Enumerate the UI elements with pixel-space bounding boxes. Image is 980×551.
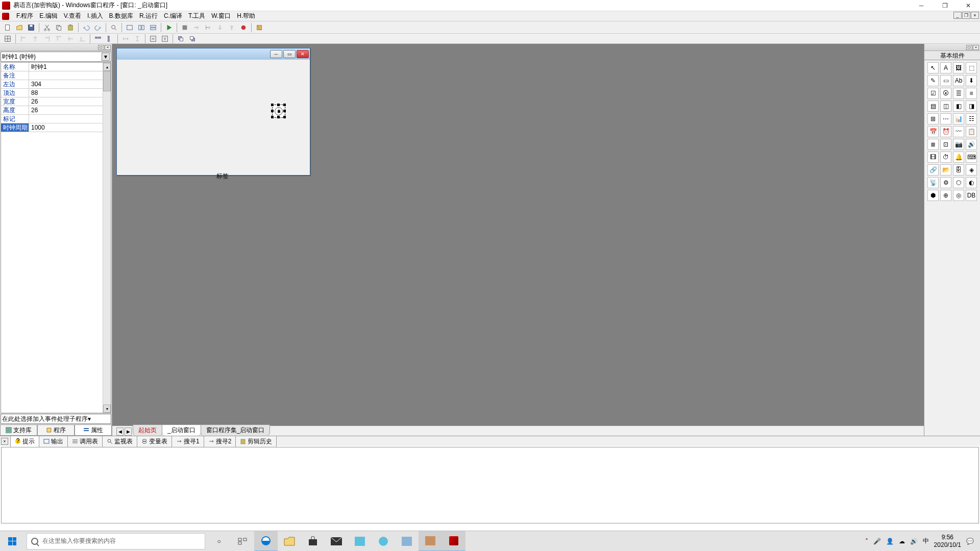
- tb-step3[interactable]: [214, 22, 226, 33]
- tray-people-icon[interactable]: 👤: [886, 538, 894, 545]
- toolbox-item-22[interactable]: 〰: [953, 126, 964, 137]
- al-top[interactable]: [53, 34, 64, 44]
- tb-step2[interactable]: [203, 22, 214, 33]
- al-hcenter[interactable]: [30, 34, 41, 44]
- menu-window[interactable]: W.窗口: [208, 11, 234, 21]
- toolbox-item-8[interactable]: ☑: [927, 88, 939, 99]
- task-mail[interactable]: [325, 531, 348, 552]
- toolbox-item-41[interactable]: ⊕: [940, 190, 951, 201]
- toolbox-item-37[interactable]: ⚙: [940, 177, 951, 188]
- toolbox-item-27[interactable]: 🔊: [966, 139, 977, 150]
- btab-search2[interactable]: 搜寻2: [204, 436, 236, 447]
- al-hspace[interactable]: [120, 34, 131, 44]
- menu-database[interactable]: B.数据库: [106, 11, 136, 21]
- panel-close[interactable]: ×: [105, 45, 111, 50]
- al-vcenter[interactable]: [65, 34, 76, 44]
- prop-value[interactable]: 26: [29, 106, 111, 114]
- start-button[interactable]: [0, 531, 24, 552]
- tray-volume-icon[interactable]: 🔊: [910, 538, 918, 545]
- task-view[interactable]: [231, 531, 254, 552]
- task-cortana[interactable]: ○: [207, 531, 231, 552]
- btab-watch[interactable]: 监视表: [102, 436, 137, 447]
- toolbox-item-19[interactable]: ☷: [966, 113, 977, 124]
- tb-copy[interactable]: [53, 22, 64, 33]
- tb-undo[interactable]: [81, 22, 92, 33]
- toolbox-item-7[interactable]: ⬇: [966, 75, 977, 86]
- toolbox-item-40[interactable]: ⬢: [927, 190, 939, 201]
- prop-value[interactable]: 88: [29, 89, 111, 97]
- doc-tab-next[interactable]: ▶: [125, 428, 132, 436]
- menu-compile[interactable]: C.编译: [161, 11, 185, 21]
- tb-win2[interactable]: [136, 22, 147, 33]
- al-right[interactable]: [41, 34, 53, 44]
- tb-save[interactable]: [26, 22, 37, 33]
- task-eyuyan[interactable]: [442, 531, 465, 552]
- tray-ime[interactable]: 中: [923, 537, 929, 545]
- toolbox-item-6[interactable]: Ab: [953, 75, 964, 86]
- toolbox-item-25[interactable]: ⊡: [940, 139, 951, 150]
- tb-new[interactable]: [2, 22, 13, 33]
- tb-step4[interactable]: [226, 22, 237, 33]
- tray-onedrive-icon[interactable]: ☁: [899, 538, 905, 545]
- property-grid[interactable]: 名称时钟1备注左边304顶边88宽度26高度26标记时钟周期1000 ▴ ▾: [1, 62, 111, 413]
- btab-search1[interactable]: 搜寻1: [172, 436, 204, 447]
- prop-row-左边[interactable]: 左边304: [1, 80, 111, 89]
- prop-row-宽度[interactable]: 宽度26: [1, 97, 111, 106]
- mdi-minimize[interactable]: _: [953, 12, 962, 19]
- prop-row-时钟周期[interactable]: 时钟周期1000: [1, 123, 111, 132]
- scroll-up[interactable]: ▴: [103, 63, 111, 71]
- mdi-close[interactable]: ×: [971, 12, 979, 19]
- panel-float[interactable]: ▭: [98, 45, 104, 50]
- toolbox-item-42[interactable]: ◎: [953, 190, 964, 201]
- scroll-thumb[interactable]: [103, 71, 111, 91]
- toolbox-item-12[interactable]: ▤: [927, 101, 939, 112]
- prop-row-标记[interactable]: 标记: [1, 115, 111, 123]
- toolbox-item-34[interactable]: 🗄: [953, 164, 964, 176]
- toolbox-item-9[interactable]: ⦿: [940, 88, 951, 99]
- tab-properties[interactable]: 属性: [75, 425, 112, 436]
- tb-redo[interactable]: [92, 22, 104, 33]
- timer-component[interactable]: [272, 105, 285, 118]
- doc-tab-window[interactable]: _启动窗口: [162, 424, 201, 436]
- task-app1[interactable]: [348, 531, 372, 552]
- task-edge[interactable]: [254, 531, 278, 552]
- al-vspace[interactable]: [132, 34, 143, 44]
- toolbox-item-14[interactable]: ◧: [953, 101, 964, 112]
- toolbox-item-17[interactable]: ⋯: [940, 113, 951, 124]
- tb-stop[interactable]: [179, 22, 190, 33]
- label-component[interactable]: 标签: [216, 172, 229, 181]
- prop-row-名称[interactable]: 名称时钟1: [1, 63, 111, 71]
- toolbox-item-32[interactable]: 🔗: [927, 164, 939, 176]
- event-selector[interactable]: 在此处选择加入事件处理子程序 ▾: [1, 414, 111, 424]
- btab-calltable[interactable]: 调用表: [67, 436, 103, 447]
- menu-view[interactable]: V.查看: [61, 11, 84, 21]
- al-centerv[interactable]: [159, 34, 170, 44]
- prop-value[interactable]: [29, 115, 111, 123]
- output-area[interactable]: [1, 447, 979, 523]
- prop-row-顶边[interactable]: 顶边88: [1, 89, 111, 97]
- tb-breakpoint[interactable]: [238, 22, 249, 33]
- tb-win1[interactable]: [124, 22, 135, 33]
- toolbox-item-18[interactable]: 📊: [953, 113, 964, 124]
- menu-edit[interactable]: E.编辑: [36, 11, 60, 21]
- menu-tools[interactable]: T.工具: [185, 11, 208, 21]
- tray-mic-icon[interactable]: 🎤: [873, 538, 881, 545]
- design-area[interactable]: ─ ▭ ✕ 标签: [112, 44, 924, 425]
- tb-find[interactable]: [108, 22, 119, 33]
- tb-step1[interactable]: [191, 22, 202, 33]
- task-app2[interactable]: [372, 531, 395, 552]
- task-explorer[interactable]: [278, 531, 301, 552]
- component-selector[interactable]: 时钟1 (时钟) ▾: [1, 52, 111, 62]
- property-scrollbar[interactable]: ▴ ▾: [103, 63, 111, 413]
- btab-cliphistory[interactable]: 剪辑历史: [235, 436, 277, 447]
- prop-value[interactable]: [29, 71, 111, 80]
- doc-tab-start[interactable]: 起始页: [133, 424, 162, 436]
- toolbox-item-29[interactable]: ⏱: [940, 152, 951, 163]
- toolbox-item-16[interactable]: ⊞: [927, 113, 939, 124]
- toolbox-item-2[interactable]: 🖼: [953, 62, 964, 73]
- doc-tab-assembly[interactable]: 窗口程序集_启动窗口: [201, 424, 271, 436]
- toolbox-item-43[interactable]: DB: [966, 190, 977, 201]
- prop-value[interactable]: 时钟1: [29, 63, 111, 71]
- toolbox-item-4[interactable]: ✎: [927, 75, 939, 86]
- tb-cut[interactable]: [41, 22, 53, 33]
